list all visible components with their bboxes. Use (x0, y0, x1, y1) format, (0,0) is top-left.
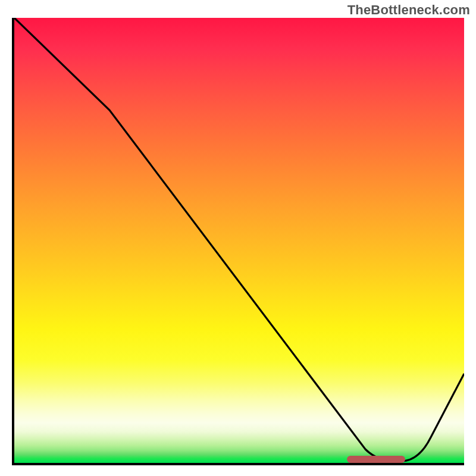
watermark-text: TheBottleneck.com (347, 2, 470, 18)
chart-container: TheBottleneck.com (0, 0, 476, 476)
axes-frame (12, 18, 464, 465)
